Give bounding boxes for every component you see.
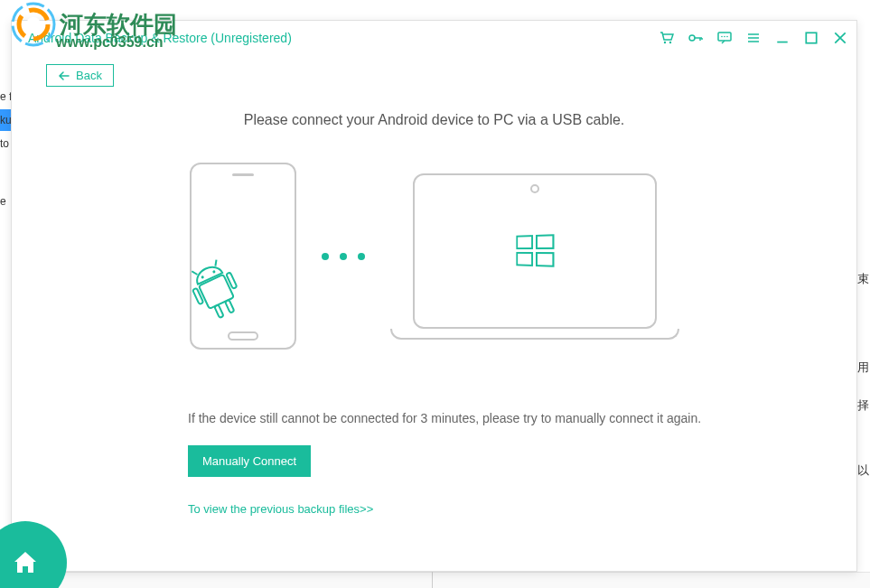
background-strip — [0, 572, 870, 588]
svg-point-5 — [689, 35, 695, 41]
svg-rect-17 — [226, 272, 237, 288]
svg-point-13 — [201, 275, 204, 279]
back-button[interactable]: Back — [46, 64, 114, 87]
svg-point-7 — [721, 36, 723, 38]
menu-icon[interactable] — [746, 31, 761, 45]
svg-point-3 — [664, 42, 666, 43]
key-icon[interactable] — [688, 31, 703, 45]
maximize-icon[interactable] — [804, 31, 819, 45]
connection-dots-icon — [322, 253, 365, 260]
cart-icon[interactable] — [660, 31, 674, 45]
background-divider — [432, 572, 433, 588]
watermark-badge-icon — [11, 2, 56, 47]
svg-point-9 — [726, 36, 728, 38]
home-icon — [9, 546, 42, 579]
phone-home-button-icon — [228, 331, 258, 341]
svg-rect-19 — [224, 300, 233, 313]
feedback-icon[interactable] — [717, 31, 732, 45]
android-robot-icon — [190, 250, 257, 331]
phone-illustration — [190, 163, 296, 350]
laptop-illustration — [390, 173, 679, 340]
svg-line-12 — [212, 260, 218, 266]
svg-point-14 — [211, 270, 215, 274]
svg-point-4 — [669, 42, 671, 43]
svg-point-8 — [724, 36, 725, 38]
timeout-hint: If the device still cannot be connected … — [188, 411, 856, 425]
svg-line-11 — [192, 270, 197, 276]
svg-rect-10 — [806, 33, 816, 42]
right-edge-fragments: 束 用 择 以 — [857, 271, 870, 551]
app-window: Android Data Backup & Restore (Unregiste… — [11, 20, 857, 572]
back-arrow-icon — [58, 70, 70, 81]
titlebar-controls — [660, 31, 847, 45]
watermark-url: www.pc0359.cn — [56, 34, 164, 51]
svg-rect-16 — [192, 288, 203, 304]
windows-logo-icon — [516, 234, 554, 267]
view-previous-backups-link[interactable]: To view the previous backup files>> — [188, 502, 373, 516]
bottom-section: If the device still cannot be connected … — [12, 411, 856, 517]
back-button-label: Back — [76, 69, 102, 82]
connect-instruction: Please connect your Android device to PC… — [12, 112, 856, 128]
close-icon[interactable] — [833, 31, 847, 45]
main-content: Please connect your Android device to PC… — [12, 87, 856, 517]
connection-diagram — [12, 163, 856, 350]
minimize-icon[interactable] — [775, 31, 790, 45]
svg-rect-18 — [214, 304, 223, 318]
svg-point-2 — [26, 17, 41, 32]
manual-connect-button[interactable]: Manually Connect — [188, 445, 311, 477]
